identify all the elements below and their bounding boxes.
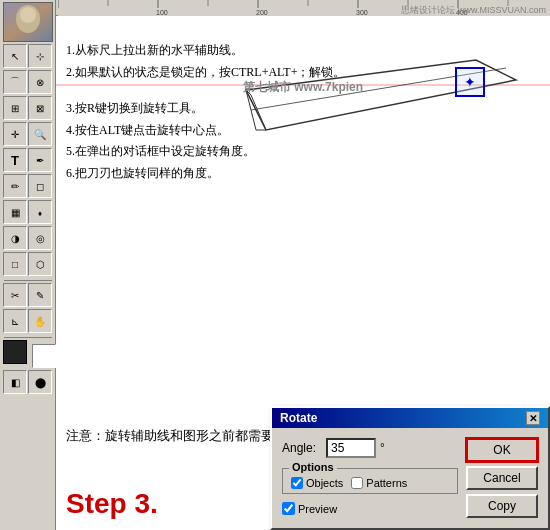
tool-group-6: ✏ ◻ [3,174,52,198]
tool-group-4: ✛ 🔍 [3,122,52,146]
cancel-button[interactable]: Cancel [466,466,538,490]
angle-label: Angle: [282,441,322,455]
dialog-left-panel: Angle: ° Options Objects [282,438,458,518]
shape-tool[interactable]: □ [3,252,27,276]
zoom-tool[interactable]: 🔍 [28,122,52,146]
instruction-3: 3.按R键切换到旋转工具。 [66,98,540,120]
hand-tool[interactable]: ✋ [28,309,52,333]
watermark-city: 第七城市 www.7kpien [243,80,363,94]
tool-group-8: ◑ ◎ [3,226,52,250]
mask-mode[interactable]: ⬤ [28,370,52,394]
move-tool[interactable]: ✛ [3,122,27,146]
tool-group-9: □ ⬡ [3,252,52,276]
normal-mode[interactable]: ◧ [3,370,27,394]
magic-wand-tool[interactable]: ⊗ [28,70,52,94]
svg-text:300: 300 [356,9,368,16]
options-checkboxes: Objects Patterns [291,477,449,489]
tool-group-11: ⊾ ✋ [3,309,52,333]
preview-checkbox[interactable] [282,502,295,515]
scissors-tool[interactable]: ✂ [3,283,27,307]
instruction-4: 4.按住ALT键点击旋转中心点。 [66,120,540,142]
fill-tool[interactable]: ⬧ [28,200,52,224]
lasso-tool[interactable]: ⌒ [3,70,27,94]
tool-avatar [3,2,53,42]
patterns-label: Patterns [366,477,407,489]
blur-tool[interactable]: ◎ [28,226,52,250]
tool-group-5: T ✒ [3,148,52,172]
tool-group-7: ▦ ⬧ [3,200,52,224]
toolbar-divider-2 [4,337,52,338]
ok-button[interactable]: OK [466,438,538,462]
svg-text:200: 200 [256,9,268,16]
toolbar: ↖ ⊹ ⌒ ⊗ ⊞ ⊠ ✛ 🔍 T ✒ ✏ ◻ ▦ ⬧ ◑ ◎ [0,0,56,530]
tool-group-fg-bg [3,340,52,368]
preview-label: Preview [298,503,337,515]
angle-input[interactable] [326,438,376,458]
dialog-title-bar: Rotate ✕ [272,408,548,428]
step-label: Step 3. [66,488,158,520]
slice-tool[interactable]: ⊠ [28,96,52,120]
brush-tool[interactable]: ✏ [3,174,27,198]
options-group: Options Objects Patterns [282,468,458,494]
preview-row: Preview [282,502,458,515]
svg-point-2 [20,7,36,23]
dodge-tool[interactable]: ◑ [3,226,27,250]
instructions-container: 1.从标尺上拉出新的水平辅助线。 2.如果默认的状态是锁定的，按CTRL+ALT… [66,40,540,185]
dialog-title-text: Rotate [280,411,317,425]
crop-tool[interactable]: ⊞ [3,96,27,120]
text-tool[interactable]: T [3,148,27,172]
foreground-color[interactable] [3,340,27,364]
tool-group-mask: ◧ ⬤ [3,370,52,394]
patterns-option: Patterns [351,477,407,489]
content-area: 思绪设计论坛 www.MISSVUAN.com 100 200 300 400 [56,0,550,530]
tool-group-10: ✂ ✎ [3,283,52,307]
watermark-text: 思绪设计论坛 www.MISSVUAN.com [401,5,546,15]
measure-tool[interactable]: ⊾ [3,309,27,333]
dialog-close-button[interactable]: ✕ [526,411,540,425]
toolbar-divider [4,280,52,281]
objects-label: Objects [306,477,343,489]
degree-symbol: ° [380,441,385,455]
tool-group-3: ⊞ ⊠ [3,96,52,120]
select-tool[interactable]: ⊹ [28,44,52,68]
tool-group-1: ↖ ⊹ [3,44,52,68]
tool-group-2: ⌒ ⊗ [3,70,52,94]
watermark: 思绪设计论坛 www.MISSVUAN.com [401,4,546,17]
patterns-checkbox[interactable] [351,477,363,489]
note-tool[interactable]: ✎ [28,283,52,307]
background-color[interactable] [32,344,56,368]
instruction-1: 1.从标尺上拉出新的水平辅助线。 [66,40,540,62]
main-container: ↖ ⊹ ⌒ ⊗ ⊞ ⊠ ✛ 🔍 T ✒ ✏ ◻ ▦ ⬧ ◑ ◎ [0,0,550,530]
objects-checkbox[interactable] [291,477,303,489]
dialog-right-panel: OK Cancel Copy [466,438,538,518]
options-legend: Options [289,461,337,473]
arrow-tool[interactable]: ↖ [3,44,27,68]
copy-button[interactable]: Copy [466,494,538,518]
svg-text:100: 100 [156,9,168,16]
dialog-content: Angle: ° Options Objects [272,428,548,528]
rotate-dialog-overlay: Rotate ✕ Angle: ° Options [270,406,550,530]
objects-option: Objects [291,477,343,489]
rotate-dialog: Rotate ✕ Angle: ° Options [270,406,550,530]
path-tool[interactable]: ⬡ [28,252,52,276]
angle-row: Angle: ° [282,438,458,458]
gradient-tool[interactable]: ▦ [3,200,27,224]
pen-tool[interactable]: ✒ [28,148,52,172]
eraser-tool[interactable]: ◻ [28,174,52,198]
instruction-5: 5.在弹出的对话框中设定旋转角度。 [66,141,540,163]
instruction-6: 6.把刀刃也旋转同样的角度。 [66,163,540,185]
